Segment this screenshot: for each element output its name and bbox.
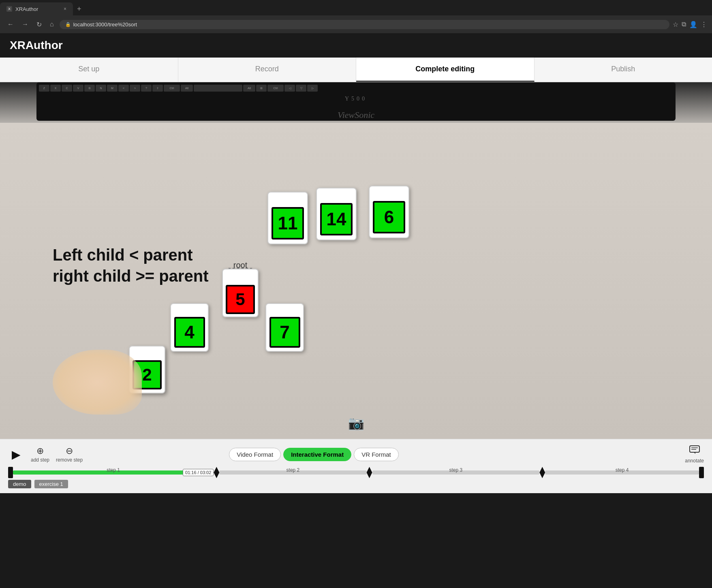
new-tab-button[interactable]: +: [73, 5, 86, 13]
step3-segment[interactable]: step 3: [372, 467, 540, 478]
step3-end-marker: [539, 467, 545, 478]
add-step-label: add step: [31, 457, 49, 463]
card-5: root 5: [222, 269, 259, 317]
play-button[interactable]: ▶: [8, 446, 24, 462]
annotate-button[interactable]: annotate: [685, 445, 704, 464]
timeline-start-marker: [8, 467, 13, 478]
card-5-value: 5: [226, 285, 255, 314]
step4-label: step 4: [616, 467, 629, 473]
tab-publish[interactable]: Publish: [535, 58, 712, 82]
tab-bar: X XRAuthor × +: [0, 0, 712, 15]
demo-tag: demo: [8, 480, 31, 488]
remove-step-icon: ⊖: [66, 446, 73, 456]
exercise-tag: exercise 1: [34, 480, 68, 488]
card-4: 4: [170, 303, 209, 352]
card-6: 6: [369, 186, 409, 238]
hand: [53, 350, 142, 415]
remove-step-label: remove step: [56, 457, 83, 463]
timeline-row: step 1 01:16 / 03:02 step 2 step 3: [8, 467, 704, 478]
svg-rect-0: [690, 446, 699, 452]
tab-record[interactable]: Record: [178, 58, 357, 82]
card-4-value: 4: [174, 317, 205, 348]
monitor-brand: ViewSonic: [338, 110, 374, 120]
tab-title: XRAuthor: [15, 6, 38, 12]
tab-close-button[interactable]: ×: [64, 6, 66, 12]
card-14-value: 14: [320, 203, 353, 235]
card-11: 11: [267, 192, 308, 244]
video-format-tab[interactable]: Video Format: [229, 448, 281, 461]
main-content: Z X C V B N M < > ? ⇧ Ctrl Alt Alt ⊞ Ct: [0, 82, 712, 493]
tab-favicon: X: [6, 6, 12, 12]
timeline-timestamp: 01:16 / 03:02: [183, 469, 214, 476]
format-tabs: Video Format Interactive Format VR Forma…: [229, 448, 398, 461]
control-bar: ▶ ⊕ add step ⊖ remove step Video Format …: [0, 439, 712, 493]
step3-label: step 3: [449, 467, 463, 473]
annotate-label: annotate: [685, 458, 704, 464]
video-annotation: Left child < parent right child >= paren…: [53, 244, 209, 287]
forward-button[interactable]: →: [19, 20, 31, 29]
browser-chrome: X XRAuthor × + ← → ↻ ⌂ 🔒 localhost:3000/…: [0, 0, 712, 33]
profile-icon[interactable]: 👤: [689, 21, 697, 28]
camera-icon: 📷: [348, 415, 364, 431]
refresh-button[interactable]: ↻: [34, 20, 44, 29]
more-icon[interactable]: ⋮: [701, 21, 707, 28]
annotation-line1: Left child < parent: [53, 244, 209, 265]
step2-end-marker: [367, 467, 372, 478]
step2-segment[interactable]: step 2: [219, 467, 366, 478]
browser-tab[interactable]: X XRAuthor ×: [0, 2, 73, 15]
step4-segment[interactable]: step 4: [545, 467, 699, 478]
home-button[interactable]: ⌂: [47, 20, 56, 29]
annotate-icon: [689, 445, 700, 457]
extension-icon[interactable]: ⧉: [682, 21, 686, 28]
nav-icons-right: ☆ ⧉ 👤 ⋮: [673, 21, 707, 28]
interactive-format-tab[interactable]: Interactive Format: [283, 448, 351, 461]
app-title: XRAuthor: [10, 39, 63, 51]
tab-setup[interactable]: Set up: [0, 58, 178, 82]
svg-marker-3: [694, 452, 695, 454]
bookmark-icon[interactable]: ☆: [673, 21, 678, 28]
add-step-icon: ⊕: [36, 446, 44, 456]
timeline-end-marker: [699, 467, 704, 478]
add-step-button[interactable]: ⊕ add step: [31, 446, 49, 463]
tab-complete-editing[interactable]: Complete editing: [356, 58, 535, 82]
step1-segment[interactable]: step 1 01:16 / 03:02: [13, 467, 214, 478]
control-row: ▶ ⊕ add step ⊖ remove step Video Format …: [8, 445, 704, 464]
back-button[interactable]: ←: [5, 20, 16, 29]
timeline-area: step 1 01:16 / 03:02 step 2 step 3: [8, 467, 704, 491]
url-text: localhost:3000/tree%20sort: [73, 21, 137, 28]
lock-icon: 🔒: [65, 22, 71, 27]
video-container: Z X C V B N M < > ? ⇧ Ctrl Alt Alt ⊞ Ct: [0, 82, 712, 439]
card-7: 7: [265, 303, 304, 352]
app-header: XRAuthor: [0, 33, 712, 58]
annotation-line2: right child >= parent: [53, 265, 209, 287]
bottom-labels: demo exercise 1: [8, 478, 704, 491]
remove-step-button[interactable]: ⊖ remove step: [56, 446, 83, 463]
nav-bar: ← → ↻ ⌂ 🔒 localhost:3000/tree%20sort ☆ ⧉…: [0, 15, 712, 33]
vr-format-tab[interactable]: VR Format: [354, 448, 399, 461]
workflow-tabs: Set up Record Complete editing Publish: [0, 58, 712, 82]
step2-label: step 2: [287, 467, 300, 473]
step1-end-marker: [214, 467, 219, 478]
video-background: Z X C V B N M < > ? ⇧ Ctrl Alt Alt ⊞ Ct: [0, 82, 712, 439]
card-11-value: 11: [272, 207, 304, 239]
address-bar[interactable]: 🔒 localhost:3000/tree%20sort: [60, 20, 669, 29]
card-6-value: 6: [373, 201, 405, 233]
step1-label: step 1: [107, 467, 120, 473]
card-7-value: 7: [269, 317, 300, 348]
card-14: 14: [316, 188, 357, 240]
